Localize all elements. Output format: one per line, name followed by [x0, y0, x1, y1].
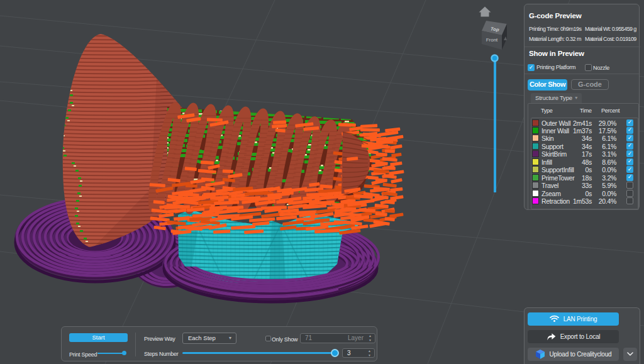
svg-text:Top: Top	[491, 26, 500, 33]
svg-text:Front: Front	[486, 37, 498, 43]
